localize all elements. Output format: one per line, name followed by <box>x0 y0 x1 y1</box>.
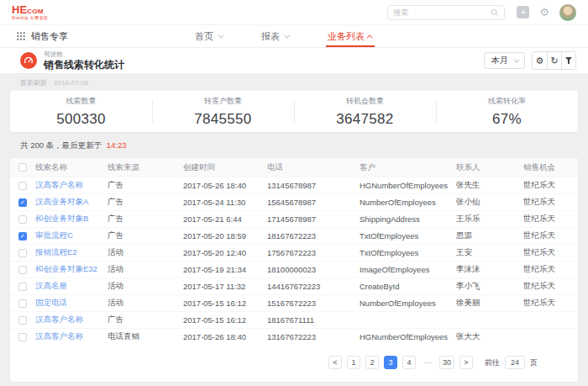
nav-tab-label: 首页 <box>195 30 213 43</box>
phone-cell: 18100000023 <box>267 265 360 274</box>
phone-cell: 17145678987 <box>267 214 360 224</box>
lead-name-link[interactable]: 报销流程E2 <box>35 247 108 258</box>
goto-page-input[interactable] <box>505 356 525 369</box>
customer-cell: HGNumberOfEmployees <box>360 332 456 341</box>
stat-label: 转客户数量 <box>204 96 242 107</box>
row-checkbox[interactable]: ✓ <box>18 333 27 341</box>
column-header: 客户 <box>360 162 456 173</box>
row-checkbox[interactable]: ✓ <box>18 316 27 325</box>
next-page-button[interactable]: > <box>459 356 473 369</box>
workspace-label: 销售专享 <box>31 30 68 43</box>
settings-button[interactable]: ⚙ <box>533 52 547 69</box>
search-box[interactable] <box>387 5 505 20</box>
customer-cell: NumberOfEmployees <box>360 198 456 207</box>
stat-item: 线索转化率 67% <box>436 91 578 132</box>
lead-name-link[interactable]: 汉高业务对象A <box>35 197 108 208</box>
user-avatar[interactable] <box>559 4 576 21</box>
lead-name-link[interactable]: 和创业务对象B <box>35 214 108 225</box>
page-button[interactable]: 3 <box>384 356 397 369</box>
contact-cell: 张小仙 <box>456 197 523 208</box>
search-input[interactable] <box>393 8 491 17</box>
table-row: ✓ 汉高名册 活动 2017-05-17 11:32 144167672223 … <box>10 278 578 294</box>
add-button[interactable]: + <box>517 6 529 19</box>
row-checkbox[interactable]: ✓ <box>18 249 27 257</box>
row-checkbox[interactable]: ✓ <box>18 266 27 274</box>
row-checkbox[interactable]: ✓ <box>18 215 27 224</box>
refresh-button[interactable]: ↻ <box>547 52 561 69</box>
lead-name-link[interactable]: 审批流程C <box>35 230 108 241</box>
page-button[interactable]: 4 <box>402 356 416 369</box>
row-checkbox-cell: ✓ <box>10 182 35 190</box>
created-time-cell: 2017-05-20 18:59 <box>183 231 267 241</box>
stat-label: 转机会数量 <box>346 96 384 107</box>
lead-name-link[interactable]: 和创业务对象E32 <box>35 264 108 275</box>
gear-icon: ⚙ <box>536 56 544 66</box>
lead-name-link[interactable]: 汉高名册 <box>35 281 108 292</box>
created-time-cell: 2017-05-26 18:40 <box>183 181 267 190</box>
filter-button[interactable] <box>561 52 575 69</box>
contact-cell: 王乐乐 <box>456 214 523 225</box>
row-checkbox[interactable]: ✓ <box>18 198 27 207</box>
stat-item: 线索数量 500330 <box>10 91 152 132</box>
row-checkbox-cell: ✓ <box>10 266 35 274</box>
column-header: 销售机会 <box>523 162 578 173</box>
row-checkbox-cell: ✓ <box>10 232 35 241</box>
page-button[interactable]: 2 <box>365 356 379 369</box>
nav-tab[interactable]: 首页 <box>195 25 222 47</box>
lead-table: 线索名称线索来源创建时间电话客户联系人销售机会 ✓ 汉高客户名称 广告 2017… <box>10 158 578 382</box>
lead-name-link[interactable]: 汉高客户名称 <box>35 315 108 325</box>
hecom-logo[interactable]: HECOM 和创科技·红圈营销 <box>12 4 48 21</box>
row-checkbox[interactable]: ✓ <box>18 299 27 308</box>
phone-cell: 13145678987 <box>267 181 360 190</box>
stat-item: 转客户数量 7845550 <box>152 91 294 132</box>
contact-cell: 李小飞 <box>456 281 523 292</box>
stat-item: 转机会数量 3647582 <box>294 91 436 132</box>
title-block: 驾驶舱 销售线索转化统计 <box>44 51 124 71</box>
opportunity-cell: 世纪乐天 <box>523 214 578 225</box>
select-all-checkbox[interactable] <box>18 163 27 172</box>
row-checkbox[interactable]: ✓ <box>18 182 27 190</box>
lead-name-link[interactable]: 汉高客户名称 <box>35 180 108 191</box>
table-row: ✓ 报销流程E2 活动 2017-05-20 12:40 17567672223… <box>10 244 578 261</box>
nav-tab[interactable]: 报表 <box>261 25 288 47</box>
page-button[interactable]: ··· <box>421 356 434 369</box>
created-time-cell: 2017-05-21 6:44 <box>183 214 267 224</box>
workspace-switcher[interactable]: 销售专享 <box>17 25 195 47</box>
row-checkbox-cell: ✓ <box>10 333 35 341</box>
row-checkbox[interactable]: ✓ <box>18 283 27 291</box>
created-time-cell: 2017-05-24 11:30 <box>183 198 267 207</box>
row-checkbox[interactable]: ✓ <box>18 232 27 241</box>
page-header: 驾驶舱 销售线索转化统计 本月 ⚙ ↻ <box>0 48 588 74</box>
row-checkbox-cell: ✓ <box>10 249 35 257</box>
filter-funnel-icon <box>565 57 572 64</box>
stat-value: 7845550 <box>194 111 251 128</box>
settings-gear-icon[interactable]: ⚙ <box>539 7 549 18</box>
refresh-date: 2018-07-06 <box>54 79 88 87</box>
row-checkbox-cell: ✓ <box>10 299 35 308</box>
nav-tab-label: 业务列表 <box>328 30 365 43</box>
page-button[interactable]: 30 <box>439 356 454 369</box>
period-select[interactable]: 本月 <box>484 52 525 69</box>
customer-cell: ShippingAddress <box>360 214 456 224</box>
pagination: < 1234···30 > 前往 页 <box>10 345 578 382</box>
table-row: ✓ 固定电话 活动 2017-05-15 16:12 15167672223 N… <box>10 294 578 311</box>
contact-cell: 徐美丽 <box>456 298 523 309</box>
lead-name-link[interactable]: 汉高客户名称 <box>35 331 108 342</box>
nav-tab[interactable]: 业务列表 <box>328 25 373 47</box>
period-label: 本月 <box>491 55 508 66</box>
table-row: ✓ 和创业务对象B 广告 2017-05-21 6:44 17145678987… <box>10 210 578 227</box>
table-row: ✓ 汉高客户名称 电话直销 2017-05-26 18:40 131676722… <box>10 328 578 345</box>
stats-card: 线索数量 500330 转客户数量 7845550 转机会数量 3647582 … <box>10 91 578 132</box>
phone-cell: 13167672223 <box>267 332 360 341</box>
prev-page-button[interactable]: < <box>328 356 342 369</box>
opportunity-cell: 世纪乐天 <box>523 197 578 208</box>
opportunity-cell: 世纪乐天 <box>523 180 578 191</box>
page-button[interactable]: 1 <box>347 356 360 369</box>
lead-name-link[interactable]: 固定电话 <box>35 298 108 309</box>
phone-cell: 18167672223 <box>267 231 360 241</box>
page-category: 驾驶舱 <box>44 51 124 58</box>
created-time-cell: 2017-05-20 12:40 <box>183 248 267 257</box>
apps-grid-icon <box>17 32 25 40</box>
stat-label: 线索数量 <box>66 96 97 107</box>
contact-cell: 张大大 <box>456 331 523 342</box>
